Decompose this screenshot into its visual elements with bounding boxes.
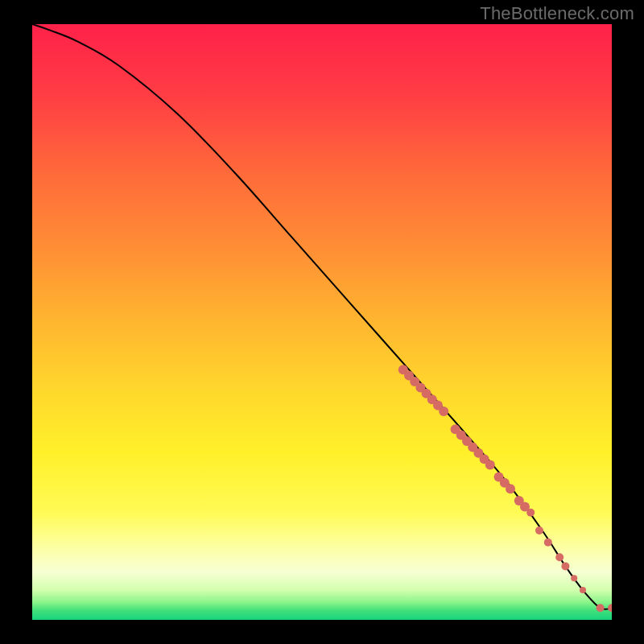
data-marker <box>544 539 552 547</box>
data-marker <box>439 407 448 416</box>
gradient-background <box>32 24 612 620</box>
data-marker <box>506 484 515 493</box>
data-marker <box>555 553 564 561</box>
chart-stage: TheBottleneck.com <box>0 0 644 644</box>
data-marker <box>561 562 569 570</box>
data-marker <box>526 509 535 517</box>
data-marker <box>580 587 586 593</box>
attribution-text: TheBottleneck.com <box>480 3 634 24</box>
data-marker <box>535 526 543 535</box>
data-marker <box>485 460 495 470</box>
data-marker <box>597 604 605 612</box>
data-marker <box>571 575 577 581</box>
chart-svg <box>32 24 612 620</box>
